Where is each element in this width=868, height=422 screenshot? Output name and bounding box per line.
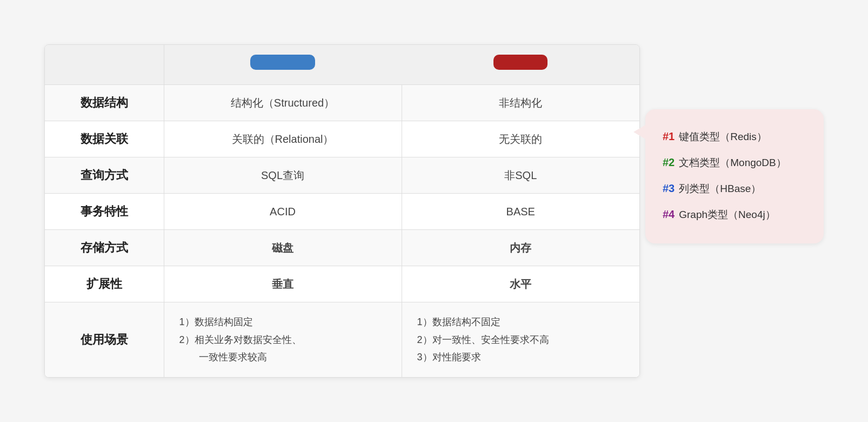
comparison-table: 数据结构结构化（Structured）非结构化数据关联关联的（Relationa… [45,45,639,377]
row-label: 查询方式 [45,157,164,194]
callout-container: #1 键值类型（Redis）#2 文档类型（MongoDB）#3 列类型（HBa… [645,109,824,243]
callout-text: 列类型（HBase） [679,177,761,200]
callout-item: #2 文档类型（MongoDB） [663,150,806,174]
nosql-cell: 内存 [402,230,639,266]
header-nosql-cell [402,45,639,85]
row-label: 扩展性 [45,266,164,302]
table-row: 数据结构结构化（Structured）非结构化 [45,85,639,121]
callout-item: #1 键值类型（Redis） [663,124,806,148]
table-row: 数据关联关联的（Relational）无关联的 [45,121,639,157]
table-row: 扩展性垂直水平 [45,266,639,302]
nosql-cell: 非结构化 [402,85,639,121]
sql-cell: 关联的（Relational） [164,121,402,157]
callout-text: 键值类型（Redis） [679,126,767,148]
usage-nosql-line: 3）对性能要求 [417,348,625,366]
callout-text: 文档类型（MongoDB） [679,151,786,174]
nosql-cell: 非SQL [402,157,639,194]
header-empty-cell [45,45,164,85]
main-wrapper: 数据结构结构化（Structured）非结构化数据关联关联的（Relationa… [44,44,824,377]
sql-cell: 磁盘 [164,230,402,266]
usage-row: 使用场景1）数据结构固定2）相关业务对数据安全性、 一致性要求较高1）数据结构不… [45,302,639,377]
callout-number: #1 [663,124,675,148]
usage-sql-line: 1）数据结构固定 [179,313,386,331]
nosql-cell: 无关联的 [402,121,639,157]
usage-sql-cell: 1）数据结构固定2）相关业务对数据安全性、 一致性要求较高 [164,302,402,377]
row-label: 存储方式 [45,230,164,266]
table-row: 事务特性ACIDBASE [45,194,639,230]
comparison-table-container: 数据结构结构化（Structured）非结构化数据关联关联的（Relationa… [44,44,640,377]
usage-sql-line: 一致性要求较高 [179,348,386,366]
callout-number: #4 [663,202,675,226]
header-sql-cell [164,45,402,85]
usage-label: 使用场景 [45,302,164,377]
row-label: 数据结构 [45,85,164,121]
callout-number: #2 [663,150,675,174]
callout-box: #1 键值类型（Redis）#2 文档类型（MongoDB）#3 列类型（HBa… [645,109,824,243]
table-row: 存储方式磁盘内存 [45,230,639,266]
nosql-badge [493,55,547,70]
sql-badge [250,55,315,70]
row-label: 数据关联 [45,121,164,157]
sql-cell: 结构化（Structured） [164,85,402,121]
nosql-cell: BASE [402,194,639,230]
callout-number: #3 [663,176,675,200]
usage-nosql-line: 1）数据结构不固定 [417,313,625,331]
sql-cell: ACID [164,194,402,230]
callout-item: #3 列类型（HBase） [663,176,806,200]
usage-sql-line: 2）相关业务对数据安全性、 [179,331,386,348]
callout-item: #4 Graph类型（Neo4j） [663,202,806,226]
usage-nosql-line: 2）对一致性、安全性要求不高 [417,331,625,348]
sql-cell: 垂直 [164,266,402,302]
row-label: 事务特性 [45,194,164,230]
callout-text: Graph类型（Neo4j） [679,203,775,226]
nosql-cell: 水平 [402,266,639,302]
table-row: 查询方式SQL查询非SQL [45,157,639,194]
sql-cell: SQL查询 [164,157,402,194]
usage-nosql-cell: 1）数据结构不固定2）对一致性、安全性要求不高3）对性能要求 [402,302,639,377]
